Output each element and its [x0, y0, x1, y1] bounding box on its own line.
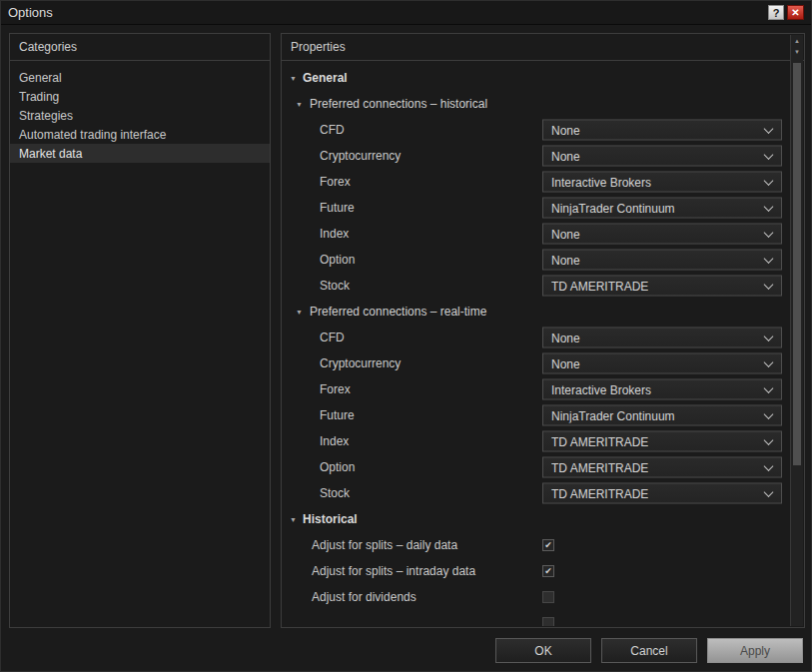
property-row: Option TD AMERITRADE	[282, 454, 790, 480]
property-row: Index None	[282, 221, 790, 247]
dropdown-value: TD AMERITRADE	[551, 486, 648, 500]
group-row-historical[interactable]: ▼ Historical	[282, 506, 790, 532]
property-row: Adjust for splits – intraday data ✔	[282, 558, 790, 584]
properties-panel: Properties ▼ General ▼ Preferred connect…	[281, 33, 805, 628]
dropdown-value: None	[551, 227, 580, 241]
dropdown-value: None	[551, 253, 580, 267]
chevron-down-icon	[764, 461, 774, 471]
property-label: Future	[320, 408, 355, 422]
property-label: Index	[320, 227, 349, 241]
dropdown-value: Interactive Brokers	[551, 175, 651, 189]
check-icon: ✔	[544, 567, 552, 576]
subgroup-label: Preferred connections – real-time	[310, 305, 486, 319]
dropdown-value: TD AMERITRADE	[551, 279, 648, 293]
property-label: Stock	[320, 486, 350, 500]
property-row: Adjust for splits – daily data ✔	[282, 532, 790, 558]
dropdown-value: NinjaTrader Continuum	[551, 408, 675, 422]
dropdown-cryptocurrency-historical[interactable]: None	[542, 146, 782, 167]
dropdown-cryptocurrency-realtime[interactable]: None	[542, 353, 782, 374]
property-label: Cryptocurrency	[320, 356, 401, 370]
categories-list: General Trading Strategies Automated tra…	[10, 61, 270, 163]
dropdown-index-historical[interactable]: None	[542, 224, 782, 245]
collapse-triangle-icon[interactable]: ▼	[290, 516, 297, 523]
dropdown-option-realtime[interactable]: TD AMERITRADE	[542, 457, 782, 478]
scrollbar-thumb[interactable]	[793, 63, 801, 465]
chevron-down-icon	[764, 357, 774, 367]
dropdown-future-realtime[interactable]: NinjaTrader Continuum	[542, 405, 782, 426]
dropdown-cfd-historical[interactable]: None	[542, 120, 782, 141]
apply-button[interactable]: Apply	[707, 638, 803, 663]
categories-header-label: Categories	[19, 40, 77, 54]
checkbox-adjust-splits-intraday[interactable]: ✔	[542, 565, 554, 577]
options-window: Options ? ✕ Categories General Trading S…	[0, 0, 812, 672]
category-label: General	[19, 71, 62, 85]
property-row: Stock TD AMERITRADE	[282, 480, 790, 506]
chevron-down-icon	[764, 254, 774, 264]
properties-scrollbar[interactable]: ▲ ▼	[790, 35, 803, 626]
dropdown-value: None	[551, 149, 580, 163]
help-button[interactable]: ?	[768, 5, 784, 20]
chevron-down-icon	[764, 176, 774, 186]
properties-grid: ▼ General ▼ Preferred connections – hist…	[282, 62, 790, 626]
collapse-triangle-icon[interactable]: ▼	[296, 309, 303, 316]
dropdown-forex-realtime[interactable]: Interactive Brokers	[542, 379, 782, 400]
category-item-market-data[interactable]: Market data	[10, 144, 270, 163]
group-label: General	[303, 71, 348, 85]
chevron-down-icon	[764, 487, 774, 497]
dropdown-forex-historical[interactable]: Interactive Brokers	[542, 172, 782, 193]
checkbox-partial[interactable]	[542, 617, 554, 626]
category-item-strategies[interactable]: Strategies	[10, 106, 270, 125]
dropdown-cfd-realtime[interactable]: None	[542, 328, 782, 348]
dropdown-future-historical[interactable]: NinjaTrader Continuum	[542, 198, 782, 219]
checkbox-adjust-dividends[interactable]	[542, 591, 554, 603]
cancel-button[interactable]: Cancel	[601, 638, 697, 663]
property-row: Forex Interactive Brokers	[282, 169, 790, 195]
scroll-up-icon[interactable]: ▲	[791, 35, 803, 46]
properties-header: Properties	[282, 34, 804, 61]
property-row-partial	[282, 610, 790, 626]
dropdown-value: None	[551, 123, 580, 137]
dropdown-value: Interactive Brokers	[551, 382, 651, 396]
properties-header-label: Properties	[291, 40, 346, 54]
chevron-down-icon	[764, 202, 774, 212]
chevron-down-icon	[764, 409, 774, 419]
dropdown-stock-realtime[interactable]: TD AMERITRADE	[542, 483, 782, 504]
dropdown-value: NinjaTrader Continuum	[551, 201, 675, 215]
property-label: Forex	[320, 382, 351, 396]
subgroup-row-preferred-realtime[interactable]: ▼ Preferred connections – real-time	[282, 299, 790, 325]
category-item-automated-trading-interface[interactable]: Automated trading interface	[10, 125, 270, 144]
scrollbar-track[interactable]	[791, 59, 803, 626]
checkbox-adjust-splits-daily[interactable]: ✔	[542, 539, 554, 551]
category-item-general[interactable]: General	[10, 68, 270, 87]
property-row: Future NinjaTrader Continuum	[282, 402, 790, 428]
property-row: CFD None	[282, 325, 790, 350]
ok-button[interactable]: OK	[495, 638, 591, 663]
chevron-down-icon	[764, 150, 774, 160]
category-label: Strategies	[19, 109, 73, 123]
property-label: Option	[320, 460, 355, 474]
group-label: Historical	[303, 512, 358, 526]
dropdown-option-historical[interactable]: None	[542, 250, 782, 271]
categories-header: Categories	[10, 34, 270, 61]
property-row: Index TD AMERITRADE	[282, 428, 790, 454]
close-button[interactable]: ✕	[787, 5, 804, 20]
close-icon: ✕	[791, 7, 799, 18]
collapse-triangle-icon[interactable]: ▼	[290, 75, 297, 82]
category-item-trading[interactable]: Trading	[10, 87, 270, 106]
dropdown-stock-historical[interactable]: TD AMERITRADE	[542, 276, 782, 297]
property-label: CFD	[320, 123, 345, 137]
property-row: Future NinjaTrader Continuum	[282, 195, 790, 221]
chevron-down-icon	[764, 332, 774, 341]
dropdown-index-realtime[interactable]: TD AMERITRADE	[542, 431, 782, 452]
titlebar-buttons: ? ✕	[768, 5, 804, 20]
subgroup-label: Preferred connections – historical	[310, 97, 487, 111]
collapse-triangle-icon[interactable]: ▼	[296, 101, 303, 108]
dropdown-value: TD AMERITRADE	[551, 434, 648, 448]
property-label: Future	[320, 201, 355, 215]
group-row-general[interactable]: ▼ General	[282, 65, 790, 91]
chevron-down-icon	[764, 124, 774, 134]
titlebar[interactable]: Options ? ✕	[1, 1, 811, 25]
subgroup-row-preferred-historical[interactable]: ▼ Preferred connections – historical	[282, 91, 790, 117]
property-row: Cryptocurrency None	[282, 143, 790, 169]
scroll-down-icon[interactable]: ▼	[791, 46, 803, 57]
